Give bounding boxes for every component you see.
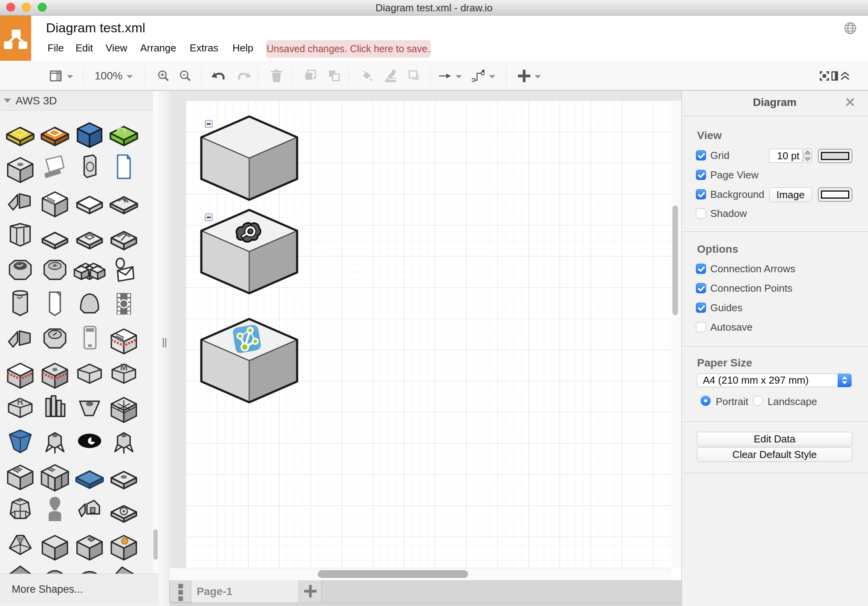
- svg-text:M: M: [120, 362, 127, 372]
- svg-text:R: R: [17, 396, 24, 407]
